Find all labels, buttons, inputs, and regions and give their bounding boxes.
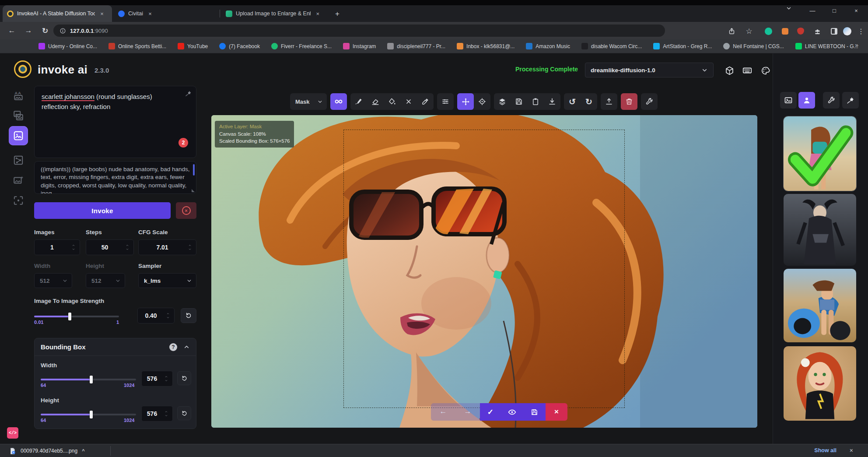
bookmark-item[interactable]: Inbox - klk56831@... xyxy=(457,43,514,49)
bbox-width-reset-button[interactable] xyxy=(177,371,191,385)
images-input[interactable]: 1 xyxy=(34,239,80,255)
back-button[interactable]: ← xyxy=(5,26,18,35)
tab-close-icon[interactable]: × xyxy=(98,11,105,17)
address-bar[interactable]: 127.0.0.1:9090 xyxy=(53,25,665,37)
bookmark-item[interactable]: (7) Facebook xyxy=(219,43,260,49)
bookmark-item[interactable]: Neil Fontaine | CGS... xyxy=(723,43,784,49)
share-icon[interactable] xyxy=(726,26,737,36)
save-to-gallery-button[interactable] xyxy=(511,93,527,110)
tab-post-processing[interactable] xyxy=(9,171,28,190)
bookmark-item[interactable]: Amazon Music xyxy=(526,43,570,49)
gallery-thumbnail[interactable] xyxy=(784,194,856,266)
bookmark-item[interactable]: Fiverr - Freelance S... xyxy=(271,43,332,49)
tab-close-icon[interactable]: × xyxy=(147,11,154,17)
tab-nodes[interactable] xyxy=(9,151,28,170)
browser-tab-upload-image[interactable]: Upload Image to Enlarge & Enh × xyxy=(221,5,326,22)
invoke-button[interactable]: Invoke xyxy=(34,202,171,219)
download-caret-icon[interactable]: ^ xyxy=(82,448,84,453)
bookmarks-overflow-icon[interactable]: » xyxy=(855,42,858,49)
reset-view-button[interactable] xyxy=(474,93,490,110)
model-manager-button[interactable] xyxy=(723,64,736,77)
width-select[interactable]: 512 xyxy=(34,273,72,288)
bookmark-item[interactable]: LINE WEBTOON - G... xyxy=(795,43,858,49)
gallery-images-tab[interactable] xyxy=(780,92,797,109)
bookmark-star-icon[interactable]: ☆ xyxy=(744,26,754,36)
stepper-control[interactable] xyxy=(164,312,172,319)
mask-options-button[interactable] xyxy=(330,93,347,110)
erase-bounding-box-button[interactable] xyxy=(400,93,417,110)
browser-tab-civitai[interactable]: Civitai × xyxy=(114,5,218,22)
scrollbar-thumb[interactable] xyxy=(193,164,195,176)
fill-bounding-box-button[interactable] xyxy=(384,93,400,110)
close-shelf-icon[interactable]: × xyxy=(850,447,853,454)
canvas-settings-button[interactable] xyxy=(641,93,658,110)
profile-avatar[interactable] xyxy=(842,26,852,36)
clear-canvas-button[interactable] xyxy=(621,93,637,110)
tab-image-to-image[interactable] xyxy=(9,106,28,125)
layer-select[interactable]: Mask xyxy=(290,93,327,110)
gallery-thumbnail-selected[interactable] xyxy=(784,116,856,191)
bbox-width-slider-thumb[interactable] xyxy=(90,376,93,383)
extensions-puzzle-icon[interactable] xyxy=(812,26,822,36)
bounding-box-selection[interactable] xyxy=(343,130,625,408)
browser-menu-dots-icon[interactable]: ⋮ xyxy=(856,26,866,36)
move-tool-button[interactable] xyxy=(457,93,474,110)
bbox-height-reset-button[interactable] xyxy=(177,406,191,420)
grammarly-extension-icon[interactable] xyxy=(763,26,774,36)
new-tab-button[interactable]: + xyxy=(332,8,343,20)
gallery-settings-button[interactable] xyxy=(823,92,840,109)
site-info-icon[interactable] xyxy=(60,28,66,34)
tab-unified-canvas[interactable] xyxy=(9,126,28,145)
eraser-tool-button[interactable] xyxy=(367,93,384,110)
tab-training[interactable] xyxy=(9,191,28,210)
bookmark-item[interactable]: ArtStation - Greg R... xyxy=(653,43,712,49)
negative-prompt-input[interactable]: ((implants)) (large boobs) nude bad anat… xyxy=(34,161,196,194)
stepper-control[interactable] xyxy=(162,375,170,382)
bookmark-item[interactable]: Online Sports Betti... xyxy=(108,43,166,49)
next-image-button[interactable]: → xyxy=(455,403,480,420)
discard-image-button[interactable]: × xyxy=(546,403,567,421)
merge-visible-button[interactable] xyxy=(494,93,511,110)
download-image-button[interactable] xyxy=(544,93,560,110)
stepper-control[interactable] xyxy=(186,244,194,251)
copy-to-clipboard-button[interactable] xyxy=(527,93,544,110)
brush-tool-button[interactable] xyxy=(350,93,367,110)
bbox-height-slider-thumb[interactable] xyxy=(90,411,93,418)
gallery-pin-button[interactable] xyxy=(842,92,859,109)
img2img-slider-thumb[interactable] xyxy=(68,313,71,320)
adblock-extension-icon[interactable] xyxy=(795,26,806,36)
prompt-input[interactable]: scarlett johansson (round sunglasses) re… xyxy=(34,86,196,158)
previous-image-button[interactable]: ← xyxy=(431,403,455,420)
bookmark-item[interactable]: Instagram xyxy=(343,43,376,49)
tab-text-to-image[interactable] xyxy=(9,86,28,105)
tab-close-icon[interactable]: × xyxy=(314,11,321,17)
bbox-width-input[interactable]: 576 xyxy=(141,371,173,387)
bookmark-item[interactable]: disable Wacom Circ... xyxy=(581,43,642,49)
gallery-thumbnail[interactable] xyxy=(784,269,856,342)
unified-canvas[interactable]: Active Layer: Mask Canvas Scale: 108% Sc… xyxy=(211,115,757,428)
browser-tab-invokeai[interactable]: InvokeAI - A Stable Diffusion Too × xyxy=(3,5,112,22)
tab-search-caret-icon[interactable] xyxy=(786,5,799,11)
gallery-thumbnail[interactable] xyxy=(784,346,856,421)
download-item[interactable]: 000979.40d74eb5....png ^ xyxy=(5,446,88,456)
upload-image-button[interactable] xyxy=(601,93,617,110)
window-minimize-button[interactable]: — xyxy=(806,5,819,17)
forward-button[interactable]: → xyxy=(22,26,35,35)
stepper-control[interactable] xyxy=(123,244,131,251)
img2img-strength-input[interactable]: 0.40 xyxy=(137,308,175,323)
show-all-downloads-link[interactable]: Show all xyxy=(814,447,836,453)
height-select[interactable]: 512 xyxy=(86,273,125,288)
img2img-reset-button[interactable] xyxy=(181,308,196,323)
cfg-scale-input[interactable]: 7.01 xyxy=(138,239,196,255)
bookmark-item[interactable]: Udemy - Online Co... xyxy=(38,43,97,49)
save-staged-image-button[interactable] xyxy=(531,408,538,416)
console-toggle-button[interactable]: </> xyxy=(7,427,18,439)
redo-button[interactable]: ↻ xyxy=(581,93,597,110)
window-close-button[interactable]: × xyxy=(850,5,863,17)
reload-button[interactable]: ↻ xyxy=(38,26,52,35)
resize-handle[interactable] xyxy=(192,189,195,192)
color-picker-button[interactable] xyxy=(417,93,434,110)
bookmark-item[interactable]: discipleneil777 - Pr... xyxy=(387,43,445,49)
accept-image-button[interactable]: ✓ xyxy=(487,408,494,417)
stepper-control[interactable] xyxy=(70,244,77,251)
